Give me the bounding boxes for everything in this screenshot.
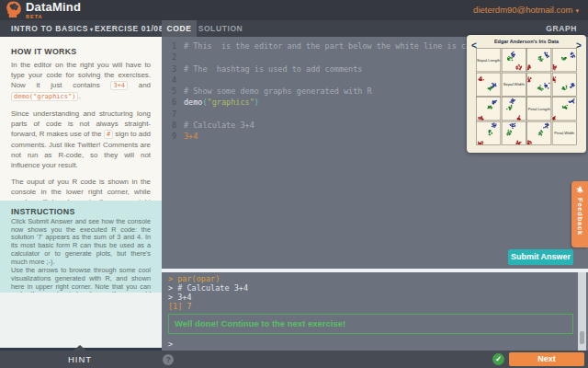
account-menu[interactable]: dieterdm90@hotmail.com▾: [473, 0, 579, 20]
logo[interactable]: DataMind BETA: [6, 1, 81, 19]
next-button[interactable]: Next: [509, 352, 584, 366]
console-line: > # Calculate 3+4: [168, 283, 573, 293]
console-line: [1] 7: [168, 302, 573, 311]
line-number: 8: [162, 120, 176, 131]
assignment-sidebar: HOW IT WORKS In the editor on the right …: [0, 37, 162, 351]
instructions-p2: Use the arrows to browse through some co…: [11, 267, 151, 293]
brain-head-icon: [6, 1, 22, 18]
bottom-bar: HINT ? ✓ Next: [0, 351, 588, 368]
svg-text:Petal.Width: Petal.Width: [554, 131, 575, 135]
how-it-works-p1: In the editor on the right you will have…: [11, 60, 151, 102]
console-line: > 3+4: [168, 293, 573, 302]
how-it-works-title: HOW IT WORKS: [11, 47, 151, 56]
tab-solution[interactable]: SOLUTION: [197, 20, 244, 37]
code-chip: #: [104, 130, 113, 139]
chevron-down-icon: ▾: [575, 7, 579, 14]
tab-code[interactable]: CODE: [162, 20, 197, 37]
help-icon[interactable]: ?: [163, 354, 174, 365]
code-chip: demo("graphics"): [11, 92, 78, 101]
line-number: 9: [162, 131, 176, 142]
svg-text:Sepal.Width: Sepal.Width: [503, 82, 526, 86]
app-title: DataMind: [26, 1, 81, 14]
line-number: 6: [162, 97, 176, 108]
console-scrollbar[interactable]: [578, 272, 586, 351]
how-it-works-section: HOW IT WORKS In the editor on the right …: [0, 37, 162, 201]
line-number: 3: [162, 63, 176, 75]
exercise-dropdown[interactable]: EXERCISE 01/08▾: [95, 20, 169, 37]
r-console[interactable]: > par(opar)> # Calculate 3+4> 3+4[1] 7 W…: [162, 272, 588, 351]
beta-badge: BETA: [26, 14, 81, 19]
feedback-label: Feedback: [576, 198, 584, 236]
top-bar: DataMind BETA dieterdm90@hotmail.com▾: [0, 0, 588, 20]
datamind-app: DataMind BETA dieterdm90@hotmail.com▾ IN…: [0, 0, 588, 368]
instructions-p1: Click Submit Answer and see how the cons…: [11, 218, 151, 266]
how-it-works-p3: The ouput of you R code is shown in the …: [11, 177, 151, 201]
hint-button[interactable]: HINT: [59, 351, 101, 368]
account-email: dieterdm90@hotmail.com: [473, 5, 572, 15]
graph-window[interactable]: Edgar Anderson's Iris Data < > Sepal.Len…: [467, 35, 586, 153]
iris-pairs-plot: Sepal.LengthSepal.WidthPetal.LengthPetal…: [476, 48, 577, 147]
feedback-tab[interactable]: Feedback: [571, 181, 588, 247]
success-message: Well done! Continue to the next exercise…: [168, 314, 573, 334]
console-scrollbar-thumb[interactable]: [580, 331, 584, 344]
code-chip: 3+4: [110, 81, 128, 90]
megaphone-icon: [576, 186, 584, 194]
line-number: 5: [162, 86, 176, 97]
svg-text:Sepal.Length: Sepal.Length: [477, 58, 501, 63]
console-line: > par(opar): [168, 274, 573, 283]
check-icon: ✓: [492, 353, 504, 365]
line-number: 4: [162, 75, 176, 86]
sidebar-spacer: [0, 293, 162, 348]
instructions-section: INSTRUCTIONS Click Submit Answer and see…: [0, 201, 162, 293]
how-it-works-p2: Since understanding and structuring long…: [11, 109, 151, 170]
svg-text:Petal.Length: Petal.Length: [528, 107, 551, 111]
line-number: 1: [162, 40, 176, 52]
console-prompt[interactable]: >: [168, 339, 573, 349]
submit-answer-button[interactable]: Submit Answer: [508, 249, 573, 265]
instructions-title: INSTRUCTIONS: [11, 207, 151, 216]
line-number: 7: [162, 109, 176, 120]
chevron-down-icon: ▾: [90, 27, 94, 32]
line-number: 2: [162, 52, 176, 63]
course-dropdown[interactable]: INTRO TO BASICS▾: [11, 20, 94, 37]
graph-title: Edgar Anderson's Iris Data: [467, 39, 586, 44]
console-output: > par(opar)> # Calculate 3+4> 3+4[1] 7: [168, 274, 573, 311]
